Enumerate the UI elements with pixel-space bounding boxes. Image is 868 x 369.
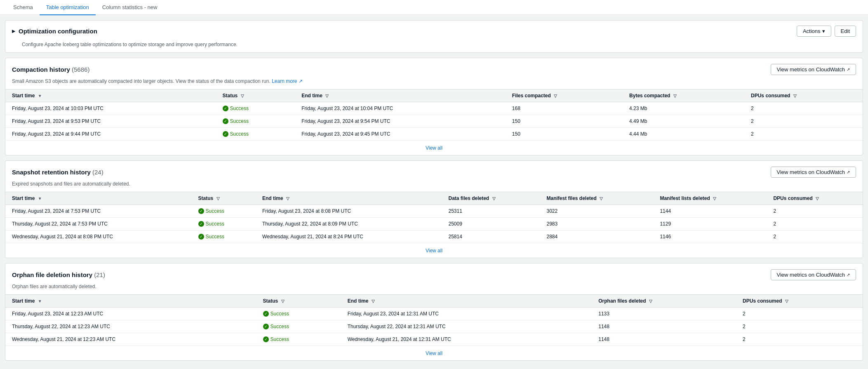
tab-bar: Schema Table optimization Column statist… bbox=[0, 0, 868, 15]
table-row: Friday, August 23, 2024 at 9:44 PM UTC ✓… bbox=[5, 128, 863, 141]
compaction-col-end[interactable]: End time ▽ bbox=[295, 89, 506, 102]
snapshot-header: Snapshot retention history (24) View met… bbox=[5, 161, 863, 181]
orphan-title: Orphan file deletion history (21) bbox=[12, 271, 105, 278]
orphan-col-end[interactable]: End time ▽ bbox=[341, 295, 592, 308]
bytes-compacted-cell: 4.49 Mb bbox=[623, 115, 744, 128]
compaction-section: Compaction history (5686) View metrics o… bbox=[5, 58, 863, 155]
snapshot-view-all-row: View all bbox=[5, 243, 863, 258]
manifest-files-cell: 2884 bbox=[540, 230, 653, 243]
snapshot-title-text: Snapshot retention history bbox=[12, 169, 91, 176]
compaction-col-start[interactable]: Start time ▼ bbox=[5, 89, 216, 102]
table-row: Thursday, August 22, 2024 at 7:53 PM UTC… bbox=[5, 218, 863, 230]
compaction-cloudwatch-button[interactable]: View metrics on CloudWatch ↗ bbox=[771, 64, 856, 75]
snapshot-col-start[interactable]: Start time ▼ bbox=[5, 192, 192, 205]
orphan-header: Orphan file deletion history (21) View m… bbox=[5, 263, 863, 284]
dpus-cell: 2 bbox=[767, 218, 863, 230]
snapshot-col-manifest-lists[interactable]: Manifest lists deleted ▽ bbox=[653, 192, 767, 205]
orphan-section: Orphan file deletion history (21) View m… bbox=[5, 263, 863, 361]
end-time-cell: Friday, August 23, 2024 at 10:04 PM UTC bbox=[295, 102, 506, 115]
external-link-icon3: ↗ bbox=[847, 273, 850, 277]
status-cell: ✓Success bbox=[256, 308, 341, 320]
optimization-config-actions: Actions ▾ Edit bbox=[797, 26, 856, 37]
status-cell: ✓Success bbox=[192, 230, 256, 243]
table-row: Friday, August 23, 2024 at 10:03 PM UTC … bbox=[5, 102, 863, 115]
snapshot-section: Snapshot retention history (24) View met… bbox=[5, 160, 863, 258]
bytes-compacted-cell: 4.23 Mb bbox=[623, 102, 744, 115]
manifest-lists-cell: 1144 bbox=[653, 205, 767, 218]
snapshot-view-all-link[interactable]: View all bbox=[426, 248, 442, 254]
start-time-cell: Wednesday, August 21, 2024 at 12:23 AM U… bbox=[5, 333, 256, 346]
actions-label: Actions bbox=[803, 28, 821, 34]
compaction-table: Start time ▼ Status ▽ End time ▽ Files c… bbox=[5, 89, 863, 140]
end-time-cell: Thursday, August 22, 2024 at 8:09 PM UTC bbox=[256, 218, 442, 230]
orphan-count: (21) bbox=[94, 271, 105, 278]
start-time-cell: Friday, August 23, 2024 at 12:23 AM UTC bbox=[5, 308, 256, 320]
compaction-col-files[interactable]: Files compacted ▽ bbox=[506, 89, 623, 102]
start-time-cell: Friday, August 23, 2024 at 7:53 PM UTC bbox=[5, 205, 192, 218]
dpus-cell: 2 bbox=[767, 230, 863, 243]
optimization-config-section: ▶ Optimization configuration Actions ▾ E… bbox=[5, 20, 863, 53]
compaction-col-dpus[interactable]: DPUs consumed ▽ bbox=[744, 89, 863, 102]
edit-label: Edit bbox=[841, 28, 850, 34]
start-time-cell: Thursday, August 22, 2024 at 7:53 PM UTC bbox=[5, 218, 192, 230]
dpus-cell: 2 bbox=[736, 308, 863, 320]
orphan-col-orphan-files[interactable]: Orphan files deleted ▽ bbox=[592, 295, 736, 308]
status-cell: ✓Success bbox=[256, 333, 341, 346]
end-time-cell: Friday, August 23, 2024 at 9:45 PM UTC bbox=[295, 128, 506, 141]
snapshot-col-data-files[interactable]: Data files deleted ▽ bbox=[442, 192, 540, 205]
orphan-col-status[interactable]: Status ▽ bbox=[256, 295, 341, 308]
snapshot-cloudwatch-button[interactable]: View metrics on CloudWatch ↗ bbox=[771, 167, 856, 178]
dpus-cell: 2 bbox=[736, 333, 863, 346]
optimization-config-title-group: ▶ Optimization configuration bbox=[12, 28, 97, 35]
compaction-view-all-row: View all bbox=[5, 140, 863, 155]
compaction-view-all-link[interactable]: View all bbox=[426, 145, 442, 151]
status-cell: ✓Success bbox=[192, 205, 256, 218]
manifest-files-cell: 2983 bbox=[540, 218, 653, 230]
table-row: Thursday, August 22, 2024 at 12:23 AM UT… bbox=[5, 320, 863, 333]
orphan-col-start[interactable]: Start time ▼ bbox=[5, 295, 256, 308]
compaction-col-status[interactable]: Status ▽ bbox=[216, 89, 295, 102]
orphan-files-cell: 1148 bbox=[592, 333, 736, 346]
snapshot-col-manifest-files[interactable]: Manifest files deleted ▽ bbox=[540, 192, 653, 205]
actions-button[interactable]: Actions ▾ bbox=[797, 26, 831, 37]
optimization-config-subtitle: Configure Apache Iceberg table optimizat… bbox=[5, 42, 863, 52]
start-time-cell: Friday, August 23, 2024 at 9:53 PM UTC bbox=[5, 115, 216, 128]
tab-table-optimization[interactable]: Table optimization bbox=[40, 0, 96, 15]
data-files-cell: 25311 bbox=[442, 205, 540, 218]
data-files-cell: 25009 bbox=[442, 218, 540, 230]
tab-schema[interactable]: Schema bbox=[7, 0, 40, 15]
end-time-cell: Wednesday, August 21, 2024 at 8:24 PM UT… bbox=[256, 230, 442, 243]
orphan-cloudwatch-button[interactable]: View metrics on CloudWatch ↗ bbox=[771, 269, 856, 280]
orphan-title-text: Orphan file deletion history bbox=[12, 271, 92, 278]
dpus-cell: 2 bbox=[744, 102, 863, 115]
status-cell: ✓Success bbox=[192, 218, 256, 230]
manifest-lists-cell: 1129 bbox=[653, 218, 767, 230]
orphan-files-cell: 1148 bbox=[592, 320, 736, 333]
files-compacted-cell: 168 bbox=[506, 102, 623, 115]
snapshot-col-dpus[interactable]: DPUs consumed ▽ bbox=[767, 192, 863, 205]
compaction-learn-more-link[interactable]: Learn more ↗ bbox=[272, 78, 303, 84]
snapshot-col-end[interactable]: End time ▽ bbox=[256, 192, 442, 205]
orphan-view-all-link[interactable]: View all bbox=[426, 350, 442, 356]
orphan-table: Start time ▼ Status ▽ End time ▽ Orphan … bbox=[5, 294, 863, 345]
snapshot-table: Start time ▼ Status ▽ End time ▽ Data fi… bbox=[5, 192, 863, 243]
compaction-col-bytes[interactable]: Bytes compacted ▽ bbox=[623, 89, 744, 102]
snapshot-subtitle: Expired snapshots and files are automati… bbox=[5, 181, 863, 192]
status-cell: ✓Success bbox=[216, 102, 295, 115]
manifest-files-cell: 3022 bbox=[540, 205, 653, 218]
files-compacted-cell: 150 bbox=[506, 115, 623, 128]
compaction-title: Compaction history (5686) bbox=[12, 66, 89, 73]
snapshot-cloudwatch-label: View metrics on CloudWatch bbox=[777, 169, 845, 175]
orphan-view-all-row: View all bbox=[5, 345, 863, 360]
orphan-col-dpus[interactable]: DPUs consumed ▽ bbox=[736, 295, 863, 308]
orphan-files-cell: 1133 bbox=[592, 308, 736, 320]
status-cell: ✓Success bbox=[216, 115, 295, 128]
manifest-lists-cell: 1146 bbox=[653, 230, 767, 243]
edit-button[interactable]: Edit bbox=[835, 26, 856, 37]
tab-column-statistics[interactable]: Column statistics - new bbox=[96, 0, 164, 15]
snapshot-col-status[interactable]: Status ▽ bbox=[192, 192, 256, 205]
table-row: Wednesday, August 21, 2024 at 8:08 PM UT… bbox=[5, 230, 863, 243]
expand-icon[interactable]: ▶ bbox=[12, 29, 15, 33]
dpus-cell: 2 bbox=[744, 115, 863, 128]
compaction-count: (5686) bbox=[72, 66, 89, 73]
